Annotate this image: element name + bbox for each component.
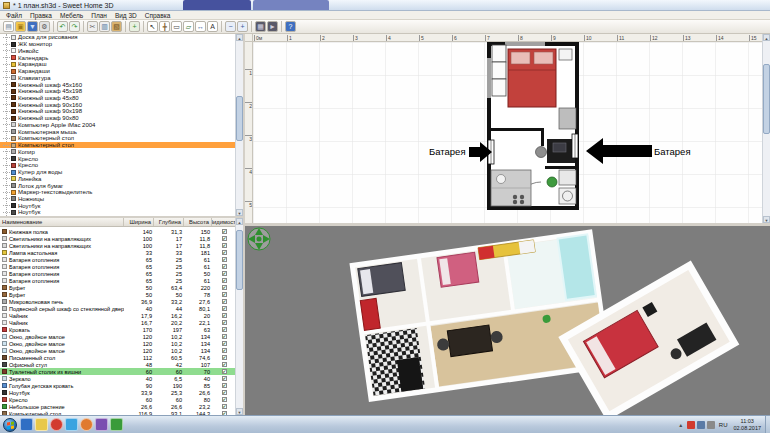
language-indicator[interactable]: RU [717, 422, 730, 428]
menu-item-2[interactable]: Мебель [56, 12, 87, 19]
catalog-item[interactable]: Ноутбук [0, 202, 235, 209]
help-icon[interactable]: ? [285, 21, 296, 32]
title-bar[interactable]: * 1 план.sh3d - Sweet Home 3D [0, 0, 770, 11]
hidden-icons-button[interactable]: ▴ [677, 421, 685, 429]
furniture-row[interactable]: Чайник17,916,220✔ [0, 312, 237, 319]
plan-wardrobe[interactable] [492, 45, 506, 96]
scroll-up-button[interactable]: ▲ [236, 34, 243, 41]
visibility-checkbox[interactable]: ✔ [222, 236, 227, 241]
visibility-checkbox[interactable]: ✔ [222, 313, 227, 318]
navigation-compass-icon[interactable] [248, 228, 270, 250]
catalog-scrollbar[interactable]: ▲ ▼ [235, 34, 243, 216]
visibility-checkbox[interactable]: ✔ [222, 257, 227, 262]
create-video-icon[interactable]: ► [267, 21, 278, 32]
visibility-checkbox[interactable]: ✔ [222, 306, 227, 311]
visibility-checkbox[interactable]: ✔ [222, 334, 227, 339]
column-header-2[interactable]: Глубина [154, 218, 184, 226]
catalog-item[interactable]: Лоток для бумаг [0, 182, 235, 189]
furniture-row[interactable]: Светильники на направляющих1001711,8✔ [0, 242, 237, 249]
create-photo-icon[interactable]: ▦ [255, 21, 266, 32]
scroll-down-button[interactable]: ▼ [763, 216, 770, 223]
furniture-row[interactable]: Туалетный столик из вишни606070✔ [0, 368, 237, 375]
scrollbar-thumb[interactable] [236, 96, 243, 141]
network-tray-icon[interactable] [697, 421, 705, 429]
catalog-item[interactable]: Инвойс [0, 47, 235, 54]
table-scrollbar[interactable]: ▲ ▼ [235, 218, 243, 415]
catalog-item[interactable]: Книжный шкаф 90x160 [0, 101, 235, 108]
furniture-row[interactable]: Лампа настольная3333181✔ [0, 249, 237, 256]
plan-plant[interactable] [547, 177, 557, 187]
visibility-checkbox[interactable]: ✔ [222, 369, 227, 374]
catalog-item[interactable]: Компьютер Apple iMac 2004 [0, 122, 235, 129]
scroll-down-button[interactable]: ▼ [236, 209, 243, 216]
visibility-checkbox[interactable]: ✔ [222, 320, 227, 325]
furniture-row[interactable]: Зеркало406,540✔ [0, 375, 237, 382]
plan-cabinet[interactable] [559, 108, 576, 129]
create-dimensions-icon[interactable]: ↔ [195, 21, 206, 32]
visibility-checkbox[interactable]: ✔ [222, 327, 227, 332]
catalog-item[interactable]: Компьютерная мышь [0, 128, 235, 135]
add-text-icon[interactable]: A [207, 21, 218, 32]
copy-icon[interactable]: ▥ [99, 21, 110, 32]
menu-item-5[interactable]: Справка [141, 12, 175, 19]
visibility-checkbox[interactable]: ✔ [222, 362, 227, 367]
visibility-checkbox[interactable]: ✔ [222, 250, 227, 255]
catalog-item[interactable]: Книжный шкаф 90x80 [0, 115, 235, 122]
catalog-item[interactable]: Карандаши [0, 68, 235, 75]
add-furniture-icon[interactable]: + [129, 21, 140, 32]
furniture-row[interactable]: Светильники на направляющих1001711,8✔ [0, 235, 237, 242]
catalog-item[interactable]: Книжный шкаф 45x80 [0, 95, 235, 102]
column-header-4[interactable]: Видимость [212, 218, 237, 226]
plan-double-bed[interactable] [508, 49, 556, 107]
furniture-row[interactable]: Окно, двойное малое12010,2134✔ [0, 333, 237, 340]
catalog-item[interactable]: Компьютерный стол [0, 135, 235, 142]
catalog-item[interactable]: Маркер-текстовыделитель [0, 189, 235, 196]
furniture-row[interactable]: Ноутбук33,925,326,6✔ [0, 389, 237, 396]
furniture-row[interactable]: Книжная полка14031,3150✔ [0, 228, 237, 235]
visibility-checkbox[interactable]: ✔ [222, 390, 227, 395]
furniture-row[interactable]: Батарея отопления652561✔ [0, 256, 237, 263]
furniture-row[interactable]: Кровать17019763✔ [0, 326, 237, 333]
visibility-checkbox[interactable]: ✔ [222, 348, 227, 353]
preferences-icon[interactable]: ⚙ [39, 21, 50, 32]
furniture-row[interactable]: Окно, двойное малое12010,2134✔ [0, 340, 237, 347]
furniture-row[interactable]: Кресло606080✔ [0, 396, 237, 403]
furniture-row[interactable]: Батарея отопления652561✔ [0, 277, 237, 284]
view-3d[interactable] [245, 226, 770, 415]
create-walls-icon[interactable]: ▭ [171, 21, 182, 32]
radiator-label-right[interactable]: Батарея [654, 146, 691, 157]
visibility-checkbox[interactable]: ✔ [222, 376, 227, 381]
show-desktop-button[interactable] [765, 416, 770, 433]
menu-item-3[interactable]: План [87, 12, 111, 19]
save-plan-icon[interactable]: ▼ [27, 21, 38, 32]
plan-nightstand[interactable] [559, 49, 572, 60]
visibility-checkbox[interactable]: ✔ [222, 243, 227, 248]
taskbar-app-icon-2[interactable] [35, 418, 48, 431]
undo-icon[interactable]: ↶ [57, 21, 68, 32]
furniture-row[interactable]: Небольшое растение26,626,623,2✔ [0, 403, 237, 410]
cut-icon[interactable]: ✂ [87, 21, 98, 32]
furniture-catalog-tree[interactable]: Доска для рисованияЖК мониторИнвойсКален… [0, 34, 245, 216]
taskbar-app-icon-7[interactable] [110, 418, 123, 431]
visibility-checkbox[interactable]: ✔ [222, 383, 227, 388]
catalog-item[interactable]: Компьютерный стол [0, 142, 235, 149]
plan-fridge[interactable] [559, 170, 576, 185]
plan-radiator-right[interactable] [572, 134, 578, 158]
taskbar-app-icon-4[interactable] [65, 418, 78, 431]
catalog-item[interactable]: Копир [0, 148, 235, 155]
open-plan-icon[interactable]: ▣ [15, 21, 26, 32]
column-header-1[interactable]: Ширина [124, 218, 154, 226]
furniture-row[interactable]: Микроволновая печь36,933,227,6✔ [0, 298, 237, 305]
taskbar-app-icon-6[interactable] [95, 418, 108, 431]
redo-icon[interactable]: ↷ [69, 21, 80, 32]
visibility-checkbox[interactable]: ✔ [222, 278, 227, 283]
visibility-checkbox[interactable]: ✔ [222, 264, 227, 269]
furniture-row[interactable]: Голубая детская кровать9019085✔ [0, 382, 237, 389]
visibility-checkbox[interactable]: ✔ [222, 299, 227, 304]
background-browser-tab[interactable] [183, 0, 251, 10]
visibility-checkbox[interactable]: ✔ [222, 271, 227, 276]
create-rooms-icon[interactable]: ▱ [183, 21, 194, 32]
menu-item-4[interactable]: Вид 3D [111, 12, 141, 19]
catalog-item[interactable]: Кулер для воды [0, 169, 235, 176]
furniture-row[interactable]: Подвесной серый шкаф со стеклянной дверц… [0, 305, 237, 312]
